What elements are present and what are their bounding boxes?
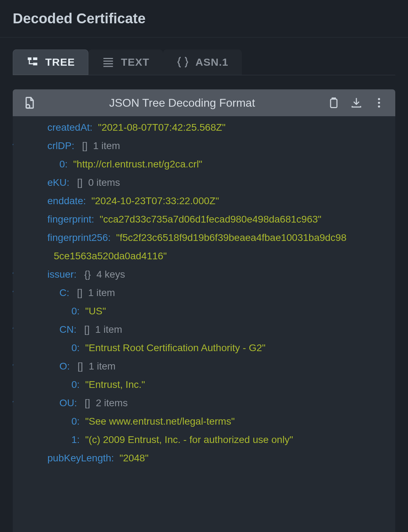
tree-row-enddate[interactable]: enddate "2024-10-23T07:33:22.000Z": [20, 192, 388, 210]
more-button[interactable]: [373, 96, 385, 109]
tree-count: 1 item: [89, 361, 116, 372]
tree-count: 0 items: [88, 177, 120, 188]
tab-text[interactable]: TEXT: [88, 49, 163, 75]
tab-text-label: TEXT: [121, 56, 150, 68]
tree-key: 0: [71, 416, 80, 427]
tree-value: "2024-10-23T07:33:22.000Z": [92, 195, 219, 206]
tree-panel: JSON Tree Decoding Format: [13, 89, 395, 532]
tree-value: "Entrust, Inc.": [85, 379, 145, 390]
tree-row-pubkeylength[interactable]: pubKeyLength "2048": [20, 449, 388, 467]
tree-value: "US": [85, 306, 106, 317]
download-button[interactable]: [350, 96, 363, 109]
tree-key: OU: [59, 397, 77, 408]
tree-row-issuer-ou-0[interactable]: 0 "See www.entrust.net/legal-terms": [20, 412, 388, 431]
tree-key: eKU: [47, 177, 69, 188]
svg-rect-8: [331, 99, 337, 108]
tree-key: 0: [59, 159, 68, 170]
svg-rect-0: [28, 58, 32, 60]
tree-bracket: []: [77, 177, 83, 188]
tree-count: 1 item: [88, 287, 115, 298]
tree-count: 1 item: [95, 324, 122, 335]
tree-count: 2 items: [96, 397, 128, 408]
tree-bracket: []: [77, 287, 83, 298]
tree-value: "http://crl.entrust.net/g2ca.crl": [73, 159, 202, 170]
toolbar-actions: [327, 96, 385, 109]
copy-button[interactable]: [327, 96, 340, 109]
tab-asn1-label: ASN.1: [196, 56, 228, 68]
tree-key: O: [59, 361, 70, 372]
tree-row-crldp[interactable]: crlDP [] 1 item: [20, 137, 388, 155]
tree-icon: [26, 56, 39, 69]
tree-value: "See www.entrust.net/legal-terms": [85, 416, 235, 427]
tree-value: "Entrust Root Certification Authority - …: [85, 342, 266, 353]
tabs-row: TREE TEXT ASN.1: [13, 49, 395, 75]
tab-tree[interactable]: TREE: [13, 49, 88, 75]
panel-title: JSON Tree Decoding Format: [44, 96, 320, 110]
svg-point-9: [378, 98, 380, 100]
tree-row-issuer-c-0[interactable]: 0 "US": [20, 302, 388, 320]
tree-key: 1: [71, 434, 80, 445]
svg-rect-1: [33, 58, 37, 60]
tree-bracket: []: [84, 324, 90, 335]
tree-value: "cca27d33c735a7d06d1fecad980e498da681c96…: [100, 214, 321, 225]
tree-row-issuer-ou[interactable]: OU [] 2 items: [20, 394, 388, 412]
tree-row-issuer-c[interactable]: C [] 1 item: [20, 284, 388, 302]
braces-icon: [176, 56, 189, 69]
tree-row-issuer-cn-0[interactable]: 0 "Entrust Root Certification Authority …: [20, 339, 388, 357]
tree-key: 0: [71, 342, 80, 353]
tree-count: 1 item: [93, 140, 120, 151]
text-lines-icon: [102, 56, 115, 69]
tree-row-issuer-o-0[interactable]: 0 "Entrust, Inc.": [20, 376, 388, 394]
svg-point-7: [26, 105, 30, 108]
tree-row-issuer-cn[interactable]: CN [] 1 item: [20, 320, 388, 339]
tree-row-fingerprint256-wrap: 5ce1563a520da0ad4116": [20, 247, 388, 265]
tree-bracket: []: [85, 397, 91, 408]
tree-key: issuer: [47, 269, 76, 280]
page-title: Decoded Certificate: [13, 11, 395, 26]
svg-rect-2: [33, 63, 37, 66]
tree-bracket: []: [77, 361, 83, 372]
tree-row-fingerprint256[interactable]: fingerprint256 "f5c2f23c6518f9d19b6f39be…: [20, 229, 388, 247]
tree-body[interactable]: createdAt "2021-08-07T07:42:25.568Z" crl…: [13, 116, 395, 467]
svg-point-11: [378, 106, 380, 108]
panel-toolbar: JSON Tree Decoding Format: [13, 89, 395, 116]
tree-row-eku[interactable]: eKU [] 0 items: [20, 173, 388, 192]
header: Decoded Certificate: [0, 0, 408, 37]
certificate-icon: [23, 96, 37, 110]
tree-value: 5ce1563a520da0ad4116": [54, 250, 167, 261]
page-root: Decoded Certificate TREE: [0, 0, 408, 532]
tree-key: C: [59, 287, 69, 298]
tree-bracket: []: [82, 140, 88, 151]
tree-value: "2021-08-07T07:42:25.568Z": [98, 122, 226, 133]
tree-key: CN: [59, 324, 76, 335]
tree-row-issuer-ou-1[interactable]: 1 "(c) 2009 Entrust, Inc. - for authoriz…: [20, 431, 388, 449]
tree-key: enddate: [47, 195, 86, 206]
tree-count: 4 keys: [97, 269, 125, 280]
tree-row-issuer-o[interactable]: O [] 1 item: [20, 357, 388, 376]
tree-value: "(c) 2009 Entrust, Inc. - for authorized…: [85, 434, 293, 445]
tree-row-createdat[interactable]: createdAt "2021-08-07T07:42:25.568Z": [20, 118, 388, 137]
tree-row-fingerprint[interactable]: fingerprint "cca27d33c735a7d06d1fecad980…: [20, 210, 388, 229]
tree-key: 0: [71, 306, 80, 317]
tree-bracket: {}: [84, 269, 91, 280]
tab-asn1[interactable]: ASN.1: [163, 49, 242, 75]
tree-value: "f5c2f23c6518f9d19b6f39beaea4fbae10031ba…: [116, 232, 346, 243]
tab-tree-label: TREE: [45, 56, 75, 68]
tree-value: "2048": [120, 453, 148, 463]
tree-row-crldp-0[interactable]: 0 "http://crl.entrust.net/g2ca.crl": [20, 155, 388, 173]
tree-key: crlDP: [47, 140, 74, 151]
tree-key: 0: [71, 379, 80, 390]
tree-key: fingerprint256: [47, 232, 111, 243]
tree-key: pubKeyLength: [47, 453, 114, 463]
tree-key: createdAt: [47, 122, 93, 133]
tree-key: fingerprint: [47, 214, 94, 225]
svg-point-10: [378, 102, 380, 104]
tree-row-issuer[interactable]: issuer {} 4 keys: [20, 265, 388, 284]
